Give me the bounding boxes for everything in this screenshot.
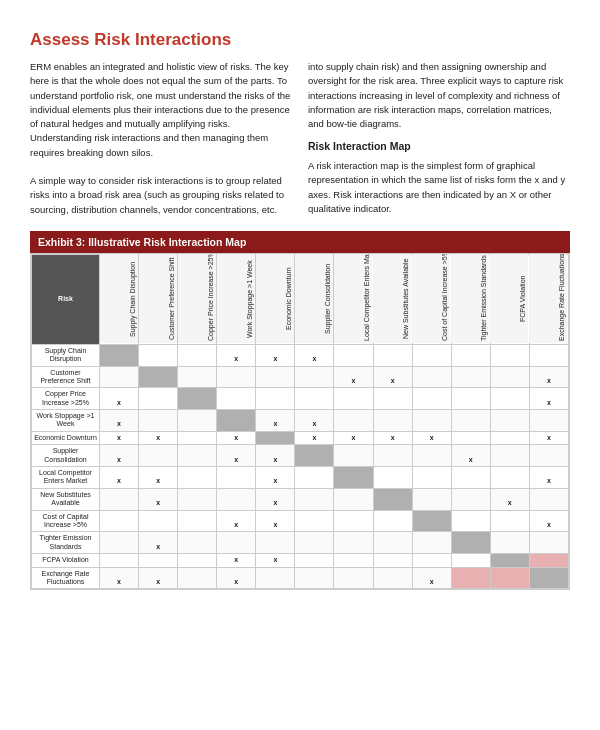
risk-name-cell: Economic Downturn: [32, 431, 100, 444]
col-header-7: New Substitutes Available: [373, 254, 412, 344]
risk-cell: [295, 467, 334, 489]
risk-cell: [100, 510, 139, 532]
risk-cell: x: [100, 410, 139, 432]
risk-cell: [451, 554, 490, 567]
risk-name-cell: FCPA Violation: [32, 554, 100, 567]
risk-map-subheading: Risk Interaction Map: [308, 139, 570, 155]
risk-cell: x: [217, 445, 256, 467]
risk-cell: [451, 388, 490, 410]
risk-cell: [334, 467, 373, 489]
risk-name-cell: Tighter Emission Standards: [32, 532, 100, 554]
col-header-2: Copper Price Increase >25%: [178, 254, 217, 344]
risk-cell: [529, 445, 568, 467]
risk-cell: [373, 445, 412, 467]
risk-cell: x: [100, 567, 139, 589]
risk-cell: x: [256, 467, 295, 489]
risk-cell: x: [529, 467, 568, 489]
risk-cell: [451, 344, 490, 366]
risk-cell: [334, 488, 373, 510]
risk-cell: x: [139, 431, 178, 444]
risk-cell: x: [217, 344, 256, 366]
risk-cell: [412, 366, 451, 388]
col-header-11: Exchange Rate Fluctuations: [529, 254, 568, 344]
risk-cell: [451, 532, 490, 554]
risk-cell: x: [217, 554, 256, 567]
risk-cell: [256, 567, 295, 589]
table-row: Tighter Emission Standardsx: [32, 532, 569, 554]
risk-cell: [295, 366, 334, 388]
col-header-3: Work Stoppage >1 Week: [217, 254, 256, 344]
risk-cell: x: [100, 388, 139, 410]
risk-cell: [295, 532, 334, 554]
risk-cell: x: [256, 445, 295, 467]
risk-cell: [178, 388, 217, 410]
col-header-0: Supply Chain Disruption: [100, 254, 139, 344]
risk-cell: [178, 344, 217, 366]
risk-cell: [256, 431, 295, 444]
risk-cell: x: [373, 431, 412, 444]
risk-name-cell: Supplier Consolidation: [32, 445, 100, 467]
risk-cell: [373, 344, 412, 366]
risk-cell: [373, 488, 412, 510]
risk-cell: [373, 567, 412, 589]
risk-cell: [529, 554, 568, 567]
risk-cell: [178, 488, 217, 510]
risk-cell: x: [256, 344, 295, 366]
risk-name-cell: Supply Chain Disruption: [32, 344, 100, 366]
risk-cell: [490, 510, 529, 532]
risk-cell: [334, 344, 373, 366]
risk-cell: [334, 445, 373, 467]
risk-cell: [412, 410, 451, 432]
risk-cell: x: [139, 488, 178, 510]
risk-cell: [490, 554, 529, 567]
risk-cell: [451, 467, 490, 489]
risk-cell: [178, 431, 217, 444]
risk-cell: [217, 488, 256, 510]
risk-cell: [139, 410, 178, 432]
table-row: Cost of Capital Increase >5%xxx: [32, 510, 569, 532]
risk-cell: x: [451, 445, 490, 467]
risk-cell: [100, 488, 139, 510]
table-row: Exchange Rate Fluctuationsxxxx: [32, 567, 569, 589]
risk-cell: [178, 532, 217, 554]
risk-name-cell: Work Stoppage >1 Week: [32, 410, 100, 432]
risk-cell: [178, 567, 217, 589]
risk-cell: [451, 510, 490, 532]
risk-cell: [490, 410, 529, 432]
exhibit-header: Exhibit 3: Illustrative Risk Interaction…: [30, 231, 570, 253]
col-header-6: Local Competitor Enters Market: [334, 254, 373, 344]
risk-cell: [451, 567, 490, 589]
risk-cell: x: [256, 410, 295, 432]
risk-cell: [490, 567, 529, 589]
risk-cell: [256, 388, 295, 410]
risk-cell: [334, 410, 373, 432]
risk-cell: [412, 532, 451, 554]
risk-cell: [295, 488, 334, 510]
risk-cell: [373, 388, 412, 410]
risk-cell: [373, 554, 412, 567]
risk-cell: [100, 532, 139, 554]
risk-cell: [490, 467, 529, 489]
risk-cell: [490, 366, 529, 388]
risk-cell: x: [217, 567, 256, 589]
risk-cell: [295, 554, 334, 567]
risk-cell: [100, 554, 139, 567]
risk-cell: x: [139, 467, 178, 489]
table-row: Supplier Consolidationxxxx: [32, 445, 569, 467]
risk-cell: [295, 567, 334, 589]
risk-cell: x: [295, 431, 334, 444]
risk-name-cell: Copper Price Increase >25%: [32, 388, 100, 410]
risk-name-cell: Cost of Capital Increase >5%: [32, 510, 100, 532]
risk-cell: [529, 532, 568, 554]
risk-cell: [451, 488, 490, 510]
col-header-5: Supplier Consolidation: [295, 254, 334, 344]
risk-cell: [373, 410, 412, 432]
risk-column-header: Risk: [32, 254, 100, 344]
risk-cell: [412, 445, 451, 467]
risk-name-cell: Local Competitor Enters Market: [32, 467, 100, 489]
table-row: Copper Price Increase >25%xx: [32, 388, 569, 410]
risk-cell: x: [256, 488, 295, 510]
risk-cell: x: [412, 431, 451, 444]
risk-cell: [334, 554, 373, 567]
risk-cell: x: [529, 431, 568, 444]
